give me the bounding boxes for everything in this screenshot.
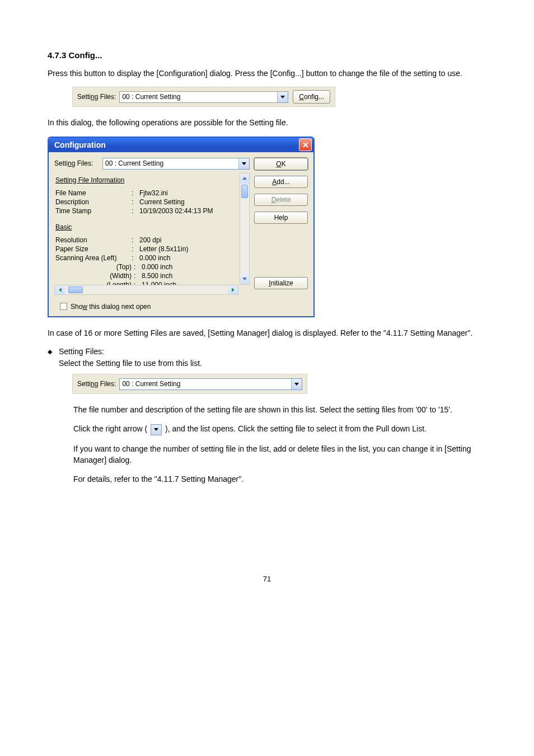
kv-width: (Width):8.500 inch	[55, 271, 238, 280]
ok-button[interactable]: OK	[254, 158, 308, 170]
chevron-down-icon	[151, 424, 162, 435]
show-next-open-row[interactable]: Show this dialog next open	[49, 300, 313, 316]
kv-file-name: File Name:Fjtw32.ini	[55, 189, 238, 198]
scroll-right-icon[interactable]	[228, 285, 238, 294]
para4: For details, refer to the "4.11.7 Settin…	[73, 473, 486, 485]
config-button[interactable]: Config...	[293, 90, 330, 104]
scroll-left-icon[interactable]	[55, 285, 65, 294]
delete-button: Delete	[254, 194, 308, 206]
kv-top: (Top):0.000 inch	[55, 262, 238, 271]
dialog-intro-text: In this dialog, the following operations…	[48, 117, 486, 128]
kv-timestamp: Time Stamp:10/19/2003 02:44:13 PM	[55, 206, 238, 215]
dlg-combo-value: 00 : Current Setting	[103, 158, 238, 169]
scroll-up-icon[interactable]	[240, 173, 249, 184]
combo-value-2: 00 : Current Setting	[120, 379, 291, 389]
kv-description: Description:Current Setting	[55, 198, 238, 206]
diamond-bullet-icon: ◆	[48, 346, 59, 356]
item-desc: Select the Setting file to use from this…	[59, 358, 202, 369]
kv-length: (Length):11.000 inch	[55, 280, 238, 285]
close-icon: ✕	[302, 141, 309, 149]
scroll-hthumb[interactable]	[68, 287, 83, 293]
dialog-titlebar: Configuration ✕	[49, 138, 313, 152]
figure-setting-row: Setting Files: 00 : Current Setting Conf…	[72, 87, 335, 107]
section-basic: Basic	[55, 223, 238, 231]
chevron-down-icon[interactable]	[277, 92, 288, 102]
kv-resolution: Resolution:200 dpi	[55, 236, 238, 245]
chevron-down-icon[interactable]	[238, 158, 249, 169]
kv-area-left: Scanning Area (Left):0.000 inch	[55, 253, 238, 262]
dlg-setting-label: Setting Files:	[54, 159, 99, 167]
para1: The file number and description of the s…	[73, 404, 486, 415]
initialize-button[interactable]: Initialize	[254, 277, 308, 289]
help-button[interactable]: Help	[254, 212, 308, 224]
note-text: In case of 16 or more Setting Files are …	[48, 327, 486, 339]
configuration-dialog: Configuration ✕ Setting Files: 00 : Curr…	[48, 137, 315, 317]
item-heading: Setting Files:	[59, 346, 202, 358]
checkbox-label: Show this dialog next open	[71, 303, 151, 311]
vertical-scrollbar[interactable]	[240, 173, 250, 285]
horizontal-scrollbar[interactable]	[54, 285, 238, 295]
add-button[interactable]: Add...	[254, 176, 308, 188]
combo-value: 00 : Current Setting	[120, 92, 277, 102]
setting-files-combo[interactable]: 00 : Current Setting	[119, 91, 288, 103]
setting-files-combo-2[interactable]: 00 : Current Setting	[119, 378, 302, 390]
kv-paper: Paper Size:Letter (8.5x11in)	[55, 245, 238, 253]
dlg-setting-combo[interactable]: 00 : Current Setting	[102, 158, 250, 170]
info-panel: Setting File Information File Name:Fjtw3…	[54, 173, 250, 295]
setting-files-label-2: Setting Files:	[77, 380, 116, 388]
figure-setting-row-2: Setting Files: 00 : Current Setting	[72, 374, 307, 394]
intro-text: Press this button to display the [Config…	[48, 68, 486, 79]
chevron-down-icon[interactable]	[291, 379, 302, 389]
page-number: 71	[48, 575, 486, 583]
scroll-down-icon[interactable]	[240, 274, 249, 284]
checkbox-icon[interactable]	[60, 303, 67, 310]
para3: If you want to change the number of sett…	[73, 443, 486, 466]
dialog-title: Configuration	[54, 140, 106, 149]
close-button[interactable]: ✕	[299, 138, 312, 151]
setting-files-label: Setting Files:	[77, 93, 116, 101]
section-heading: 4.7.3 Config...	[48, 50, 486, 60]
scroll-thumb[interactable]	[241, 185, 248, 198]
section-file-info: Setting File Information	[55, 176, 238, 184]
para2: Click the right arrow ( ), and the list …	[73, 423, 486, 435]
